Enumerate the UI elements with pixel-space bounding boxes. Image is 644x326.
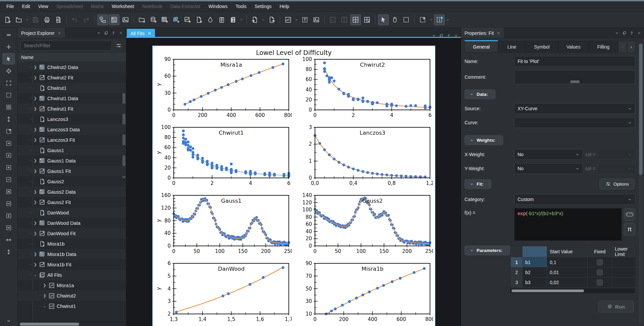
chevron-right-icon[interactable]: ❯ (33, 127, 38, 132)
param-row-b3[interactable]: 3b30,02 (511, 277, 635, 287)
zoom-fit-y-tool[interactable] (3, 210, 15, 221)
tree-item-lanczos3-data[interactable]: ❯Lanczos3 Data (18, 124, 126, 135)
plot-lanczos3[interactable]: 0,00,40,81,20123Lanczos3 (296, 125, 433, 192)
draw-text-icon[interactable] (300, 14, 310, 25)
close-icon[interactable] (119, 31, 123, 35)
dock-menu-icon[interactable] (615, 31, 619, 35)
tree-item-gauss2-fit[interactable]: ❯Gauss2 Fit (18, 197, 126, 207)
parameters-table-scrollbar[interactable] (510, 288, 635, 293)
insert-function-button[interactable]: Aa (624, 208, 635, 221)
chevron-right-icon[interactable]: ❯ (33, 262, 38, 267)
chevron-right-icon[interactable]: ❯ (33, 190, 38, 194)
zoom-y-region-tool[interactable] (3, 150, 15, 161)
draw-image-icon[interactable] (311, 14, 322, 25)
new-note-icon[interactable] (194, 14, 204, 25)
select-mode-icon[interactable] (378, 14, 389, 25)
weights-section-toggle[interactable]: Weights: (465, 135, 503, 145)
plot-gauss2[interactable]: 050100150200250020406080100120140Gauss2 (296, 193, 433, 260)
tree-item-gauss1[interactable]: Gauss1 (18, 145, 126, 155)
print-icon[interactable] (42, 14, 52, 25)
zoom-select-mode-icon[interactable] (401, 14, 412, 25)
menu-help[interactable]: Help (276, 2, 293, 10)
open-project-icon[interactable] (13, 14, 24, 25)
tree-item-chwirut1[interactable]: Chwirut1 (18, 83, 126, 93)
plot-cell-misra1a[interactable]: 02004006008000306090Misra1ay (155, 57, 292, 125)
new-notebook-icon[interactable] (228, 14, 238, 25)
tab-scroll-right-button[interactable]: › (627, 41, 635, 53)
chevron-right-icon[interactable]: ❯ (33, 138, 38, 142)
fixed-checkbox[interactable] (597, 259, 603, 265)
plot-danwood[interactable]: 1,31,41,51,61,723456DanWoodyx (155, 261, 292, 326)
source-select[interactable]: XY-Curve (514, 103, 635, 114)
zoom-fit-tool[interactable] (3, 186, 15, 197)
zoom-region-icon[interactable] (417, 14, 428, 25)
chevron-right-icon[interactable]: ❯ (33, 96, 38, 101)
param-row-b1[interactable]: 1b10,1 (511, 257, 635, 267)
worksheet-select-tool[interactable] (3, 53, 15, 64)
chevron-right-icon[interactable]: ❯ (33, 231, 38, 236)
tab-filling[interactable]: Filling (589, 41, 618, 53)
formula-editor[interactable]: exp(-b1*x)/(b2+b3*x) (514, 208, 622, 241)
dock-pin-icon[interactable] (630, 31, 634, 35)
plot-cell-gauss2[interactable]: 050100150200250020406080100120140Gauss2 (296, 193, 433, 261)
zoom-in-tool[interactable] (3, 162, 15, 173)
plot-cell-chwirut2[interactable]: 0246020406080100Chwirut2 (296, 57, 433, 125)
new-spreadsheet-icon[interactable] (159, 14, 170, 25)
close-icon[interactable]: ✕ (148, 31, 151, 36)
dock-float-icon[interactable] (104, 31, 108, 35)
toggle-properties-icon[interactable] (109, 14, 119, 25)
fixed-checkbox[interactable] (597, 279, 603, 285)
chevron-right-icon[interactable]: ❯ (33, 169, 38, 173)
zoom-in-region-tool[interactable] (3, 126, 15, 137)
tree-item-lanczos3-fit[interactable]: ❯Lanczos3 Fit (18, 135, 126, 145)
category-select[interactable]: Custom (514, 194, 635, 205)
worksheet-canvas[interactable]: Lowel Level of Difficulty 02004006008000… (126, 38, 461, 326)
tree-item-misra1a[interactable]: ❯Misra1a (18, 280, 126, 290)
plot-chwirut2[interactable]: 0246020406080100Chwirut2 (296, 57, 433, 124)
menu-windows[interactable]: Windows (205, 2, 231, 10)
tree-item-lanczos3[interactable]: Lanczos3 (18, 114, 126, 124)
open-recent-chevron-icon[interactable] (25, 14, 30, 25)
tree-horizontal-scrollbar[interactable] (18, 322, 126, 326)
tree-item-all-fits[interactable]: ⌄All Fits (18, 270, 126, 280)
menu-tools[interactable]: Tools (232, 2, 250, 10)
tree-item-chwirut1[interactable]: ⌄Chwirut1 (18, 301, 126, 311)
tree-item-gauss1-data[interactable]: ❯Gauss1 Data (18, 155, 126, 166)
plot-misra1a[interactable]: 02004006008000306090Misra1ay (155, 57, 292, 124)
tree-item-chwirut1-data[interactable]: ❯Chwirut1 Data (18, 93, 126, 104)
param-row-b2[interactable]: 2b20,01 (511, 267, 635, 277)
tree-item-misra1b-data[interactable]: ❯Misra1b Data (18, 249, 126, 259)
properties-tab[interactable]: Properties: Fit (461, 28, 504, 38)
tree-item-gauss2[interactable]: Gauss2 (18, 176, 126, 187)
chevron-right-icon[interactable]: ❯ (33, 65, 38, 69)
menu-settings[interactable]: Settings (251, 2, 275, 10)
import-icon[interactable] (250, 14, 260, 25)
shift-x-tool[interactable] (3, 234, 15, 245)
tree-item-chwirut2-data[interactable]: ❯Chwirut2 Data (18, 62, 126, 72)
toggle-project-explorer-icon[interactable] (97, 14, 108, 25)
project-explorer-tab[interactable]: Project Explorer (18, 28, 65, 38)
tree-item-misra1b-fit[interactable]: ❯Misra1b Fit (18, 259, 126, 270)
new-live-source-icon[interactable] (216, 14, 227, 25)
chevron-right-icon[interactable]: ❯ (33, 75, 38, 80)
rail-more-chevron[interactable] (3, 315, 15, 326)
parameters-table[interactable]: Start ValueFixedLower Limit1b10,12b20,01… (510, 246, 636, 288)
close-icon[interactable] (57, 31, 61, 35)
dock-pin-icon[interactable] (111, 31, 116, 35)
shift-y-tool[interactable] (3, 246, 15, 257)
chevron-right-icon[interactable]: ❯ (42, 283, 47, 287)
chevron-down-icon[interactable]: ⌄ (42, 304, 47, 308)
edit-layout-tool[interactable] (3, 102, 15, 113)
plot-cell-chwirut1[interactable]: 0246020406080100Chwirut1y (155, 125, 292, 193)
chevron-right-icon[interactable]: ❯ (42, 294, 47, 298)
new-matrix-icon[interactable] (171, 14, 181, 25)
plot-cell-gauss1[interactable]: 05010015020025004080120160Gauss1y (155, 193, 292, 261)
tab-general[interactable]: General (465, 40, 498, 53)
plot-gauss1[interactable]: 05010015020025004080120160Gauss1y (155, 193, 292, 260)
notebook-chevron-icon[interactable] (239, 14, 244, 25)
chevron-right-icon[interactable]: ❯ (33, 107, 38, 111)
plot-cell-danwood[interactable]: 1,31,41,51,61,723456DanWoodyx (155, 261, 292, 326)
chevron-down-icon[interactable]: ⌄ (33, 273, 38, 277)
tree-item-danwood-fit[interactable]: ❯DanWood Fit (18, 228, 126, 239)
menu-file[interactable]: File (3, 2, 18, 10)
